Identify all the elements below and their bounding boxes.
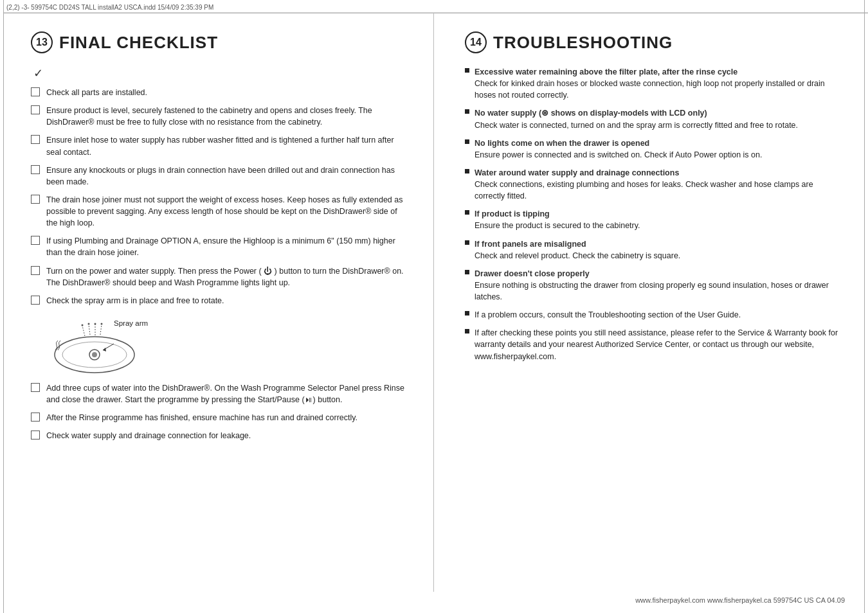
checklist-item-8: Check the spray arm is in place and free…: [31, 295, 410, 306]
svg-point-3: [92, 352, 97, 357]
svg-point-11: [101, 323, 103, 324]
checkmark-symbol: ✓: [33, 67, 43, 80]
checkbox-4[interactable]: [31, 165, 40, 174]
checklist-item-6: If using Plumbing and Drainage OPTION A,…: [31, 235, 410, 258]
bullet-4: [465, 169, 469, 173]
svg-line-4: [82, 326, 85, 336]
bullet-3: [465, 139, 469, 144]
trouble-text-3: No lights come on when the drawer is ope…: [475, 138, 762, 161]
right-column: 14 TROUBLESHOOTING Excessive water remai…: [434, 13, 868, 592]
checkbox-6[interactable]: [31, 236, 40, 245]
checklist-item-7: Turn on the power and water supply. Then…: [31, 265, 410, 289]
checklist-item-11: Check water supply and drainage connecti…: [31, 430, 410, 441]
trouble-item-2: No water supply (⊛ shows on display-mode…: [465, 107, 845, 130]
bullet-8: [465, 311, 469, 315]
checklist-item-4: Ensure any knockouts or plugs in drain c…: [31, 164, 410, 188]
bullet-9: [465, 329, 469, 333]
checkbox-2[interactable]: [31, 105, 40, 114]
right-section-number: 14: [465, 31, 487, 53]
checkbox-10[interactable]: [31, 413, 40, 422]
spray-arm-label: Spray arm: [114, 319, 148, 327]
checklist-item-5: The drain hose joiner must not support t…: [31, 194, 410, 229]
checkbox-3[interactable]: [31, 135, 40, 144]
left-section-number: 13: [31, 31, 53, 53]
checklist-item-2: Ensure product is level, securely fasten…: [31, 105, 410, 128]
trouble-text-8: If a problem occurs, consult the Trouble…: [475, 309, 741, 321]
checklist-text-4: Ensure any knockouts or plugs in drain c…: [46, 164, 410, 188]
checklist-text-8: Check the spray arm is in place and free…: [46, 295, 224, 306]
checklist-item-1: Check all parts are installed.: [31, 87, 410, 98]
footer-text: www.fisherpaykel.com www.fisherpaykel.ca…: [635, 596, 845, 604]
svg-line-5: [89, 324, 90, 335]
checklist-text-5: The drain hose joiner must not support t…: [46, 194, 410, 229]
trouble-text-9: If after checking these points you still…: [475, 327, 845, 362]
svg-point-9: [88, 323, 90, 324]
trouble-item-8: If a problem occurs, consult the Trouble…: [465, 309, 845, 321]
svg-point-8: [82, 324, 84, 326]
checkbox-9[interactable]: [31, 383, 40, 392]
bullet-5: [465, 210, 469, 215]
bullet-6: [465, 240, 469, 245]
checklist-text-9: Add three cups of water into the DishDra…: [46, 382, 410, 405]
checklist-text-6: If using Plumbing and Drainage OPTION A,…: [46, 235, 410, 258]
checklist-text-7: Turn on the power and water supply. Then…: [46, 265, 410, 289]
left-section-title: 13 FINAL CHECKLIST: [31, 31, 410, 53]
checkbox-7[interactable]: [31, 266, 40, 275]
checklist-text-1: Check all parts are installed.: [46, 87, 147, 98]
page-meta: (2,2) -3- 599754C DD24S TALL installA2 U…: [0, 0, 868, 13]
trouble-text-6: If front panels are misaligned Check and…: [475, 238, 680, 262]
svg-point-10: [95, 323, 96, 324]
checkbox-8[interactable]: [31, 296, 40, 305]
troubleshooting-list: Excessive water remaining above the filt…: [465, 66, 845, 362]
trouble-text-2: No water supply (⊛ shows on display-mode…: [475, 107, 798, 130]
checklist-text-2: Ensure product is level, securely fasten…: [46, 105, 410, 128]
checkbox-1[interactable]: [31, 87, 40, 96]
bullet-7: [465, 270, 469, 274]
trouble-item-9: If after checking these points you still…: [465, 327, 845, 362]
checkbox-11[interactable]: [31, 431, 40, 440]
meta-text: (2,2) -3- 599754C DD24S TALL installA2 U…: [6, 4, 213, 11]
trouble-text-5: If product is tipping Ensure the product…: [475, 208, 640, 231]
spray-arm-illustration: Spray arm: [46, 313, 168, 377]
checklist-item-9: Add three cups of water into the DishDra…: [31, 382, 410, 405]
trouble-item-6: If front panels are misaligned Check and…: [465, 238, 845, 262]
checklist-item-3: Ensure inlet hose to water supply has ru…: [31, 134, 410, 157]
checkmark-row: ✓: [31, 66, 410, 80]
checkbox-5[interactable]: [31, 195, 40, 204]
trouble-item-7: Drawer doesn't close properly Ensure not…: [465, 268, 845, 303]
checklist-item-10: After the Rinse programme has finished, …: [31, 412, 410, 423]
spray-arm-svg: [46, 313, 168, 377]
right-section-heading: TROUBLESHOOTING: [493, 33, 673, 53]
checklist-text-11: Check water supply and drainage connecti…: [46, 430, 251, 441]
svg-line-7: [100, 324, 102, 335]
checklist-group-1: Check all parts are installed. Ensure pr…: [31, 87, 410, 306]
trouble-text-7: Drawer doesn't close properly Ensure not…: [475, 268, 845, 303]
footer: www.fisherpaykel.com www.fisherpaykel.ca…: [635, 596, 845, 604]
trouble-item-4: Water around water supply and drainage c…: [465, 167, 845, 202]
trouble-text-4: Water around water supply and drainage c…: [475, 167, 845, 202]
left-section-heading: FINAL CHECKLIST: [59, 33, 218, 53]
left-column: 13 FINAL CHECKLIST ✓ Check all parts are…: [0, 13, 434, 592]
checklist-text-10: After the Rinse programme has finished, …: [46, 412, 357, 423]
bullet-1: [465, 68, 469, 73]
trouble-item-3: No lights come on when the drawer is ope…: [465, 138, 845, 161]
checklist-text-3: Ensure inlet hose to water supply has ru…: [46, 134, 410, 157]
bullet-2: [465, 109, 469, 114]
trouble-text-1: Excessive water remaining above the filt…: [475, 66, 845, 101]
trouble-item-5: If product is tipping Ensure the product…: [465, 208, 845, 231]
right-section-title: 14 TROUBLESHOOTING: [465, 31, 845, 53]
trouble-item-1: Excessive water remaining above the filt…: [465, 66, 845, 101]
checklist-group-2: Add three cups of water into the DishDra…: [31, 382, 410, 442]
